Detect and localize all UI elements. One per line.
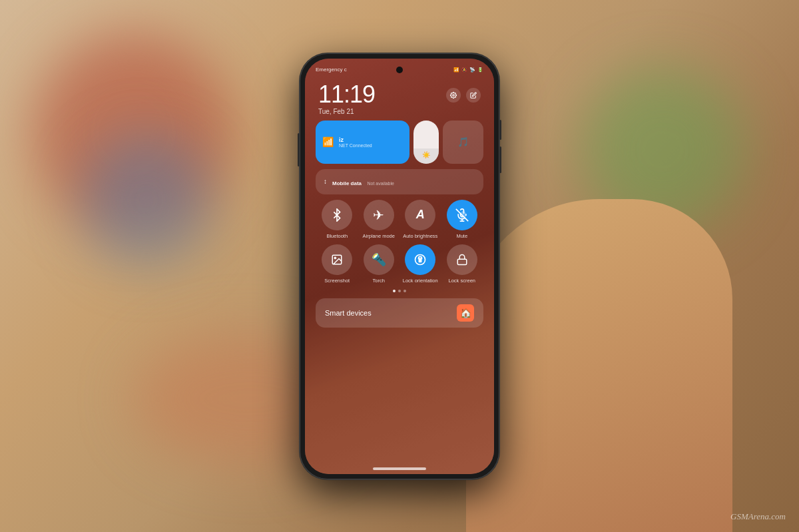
auto-brightness-button[interactable]: A Auto brightness	[401, 200, 439, 239]
bg-decoration	[80, 133, 213, 266]
lock-screen-button[interactable]: Lock screen	[443, 244, 481, 284]
lock-screen-icon	[447, 244, 477, 275]
torch-button[interactable]: 🔦 Torch	[360, 244, 398, 284]
screenshot-button[interactable]: Screenshot	[318, 244, 356, 284]
screenshot-icon	[322, 244, 352, 275]
phone-wrapper: Emergency c 📶 🔕 📡 🔋 11:19 Tue, Feb	[300, 53, 499, 479]
wifi-name: iz	[339, 136, 372, 143]
airplane-label: Airplane mode	[363, 233, 395, 239]
control-center: 11:19 Tue, Feb 21	[310, 77, 489, 461]
auto-brightness-icon: A	[405, 200, 435, 230]
lock-orientation-button[interactable]: Lock orientation	[401, 244, 439, 284]
music-icon: 🎵	[457, 136, 469, 147]
home-bar[interactable]	[373, 467, 426, 470]
mobile-data-status: Not available	[367, 181, 394, 186]
torch-label: Torch	[373, 278, 385, 284]
power-button[interactable]	[298, 133, 300, 166]
date-display: Tue, Feb 21	[318, 108, 375, 115]
dot-1	[393, 290, 396, 292]
lock-screen-label: Lock screen	[449, 278, 475, 284]
airplane-icon: ✈	[364, 200, 394, 230]
wifi-text: iz NET Connected	[339, 136, 372, 148]
airplane-button[interactable]: ✈ Airplane mode	[360, 200, 398, 239]
sound-tile[interactable]: 🎵	[443, 121, 483, 164]
svg-point-0	[453, 94, 455, 96]
phone-screen: Emergency c 📶 🔕 📡 🔋 11:19 Tue, Feb	[305, 59, 494, 474]
wifi-icon: 📶	[322, 136, 334, 147]
brightness-icon: ☀️	[422, 151, 430, 158]
sim-icon: 📶	[453, 67, 459, 73]
smart-devices-label: Smart devices	[325, 309, 372, 317]
auto-brightness-label: Auto brightness	[403, 233, 437, 239]
wifi-status: NET Connected	[339, 143, 372, 148]
wifi-icon: 📡	[469, 67, 475, 73]
grid-row-1: Bluetooth ✈ Airplane mode A Auto brightn…	[316, 200, 483, 239]
mobile-data-toggle[interactable]: ↕ Mobile data Not available	[316, 169, 483, 194]
phone: Emergency c 📶 🔕 📡 🔋 11:19 Tue, Feb	[300, 53, 499, 479]
mute-button[interactable]: Mute	[443, 200, 481, 239]
smart-devices-icon: 🏠	[457, 304, 474, 322]
quick-toggles-area: 📶 iz NET Connected ☀️	[316, 121, 483, 164]
screenshot-label: Screenshot	[324, 278, 350, 284]
lock-orientation-label: Lock orientation	[403, 278, 438, 284]
mobile-data-icon: ↕	[324, 178, 327, 185]
brightness-slider[interactable]: ☀️	[413, 121, 439, 164]
dot-2	[398, 290, 401, 292]
wifi-toggle[interactable]: 📶 iz NET Connected	[316, 121, 409, 164]
svg-rect-8	[457, 259, 467, 264]
time-display: 11:19	[318, 83, 375, 107]
bluetooth-button[interactable]: Bluetooth	[318, 200, 356, 239]
smart-devices-panel[interactable]: Smart devices 🏠	[316, 298, 483, 328]
svg-point-5	[335, 257, 336, 258]
bluetooth-label: Bluetooth	[326, 233, 348, 239]
settings-icon[interactable]	[446, 88, 461, 103]
top-bar: 11:19 Tue, Feb 21	[316, 83, 483, 115]
volume-down-button[interactable]	[499, 146, 501, 173]
torch-icon: 🔦	[364, 244, 394, 275]
top-right-icons	[446, 88, 481, 103]
volume-up-button[interactable]	[499, 120, 501, 140]
lock-orientation-icon	[405, 244, 435, 275]
mobile-data-label: Mobile data	[332, 180, 362, 186]
grid-row-2: Screenshot 🔦 Torch	[316, 244, 483, 284]
emergency-text: Emergency c	[316, 67, 347, 73]
bluetooth-icon	[322, 200, 352, 230]
dot-3	[403, 290, 406, 292]
hand	[466, 199, 732, 532]
battery-icon: 🔋	[477, 67, 483, 73]
mobile-data-text: Mobile data Not available	[332, 176, 394, 188]
scene: Emergency c 📶 🔕 📡 🔋 11:19 Tue, Feb	[0, 0, 799, 532]
edit-icon[interactable]	[466, 88, 481, 103]
watermark: GSMArena.com	[730, 511, 786, 522]
mute-icon	[447, 200, 477, 230]
page-dots	[316, 290, 483, 292]
status-icons: 📶 🔕 📡 🔋	[453, 67, 483, 73]
mute-label: Mute	[456, 233, 467, 239]
time-section: 11:19 Tue, Feb 21	[318, 83, 375, 115]
camera-hole	[396, 67, 403, 73]
mute-icon: 🔕	[461, 67, 467, 73]
